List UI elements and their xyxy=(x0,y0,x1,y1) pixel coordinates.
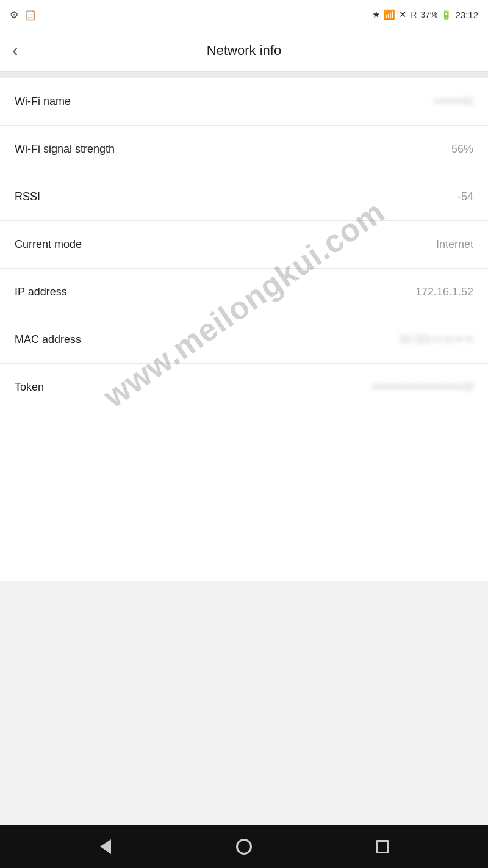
rssi-label: RSSI xyxy=(15,190,40,203)
wifi-name-row: Wi-Fi name ••••••••G xyxy=(0,78,488,126)
ip-address-value: 172.16.1.52 xyxy=(415,286,473,298)
current-mode-label: Current mode xyxy=(15,238,82,251)
token-label: Token xyxy=(15,381,44,394)
ip-address-label: IP address xyxy=(15,286,67,298)
section-separator xyxy=(0,72,488,78)
home-nav-button[interactable] xyxy=(231,833,257,860)
status-bar: ⚙ 📋 ★ 📶 ✕ R 37% 🔋 23:12 xyxy=(0,0,488,29)
current-mode-row: Current mode Internet xyxy=(0,221,488,269)
nav-bar: ‹ Network info xyxy=(0,29,488,72)
rssi-value: -54 xyxy=(458,190,473,203)
gear-icon: ⚙ xyxy=(10,9,18,21)
battery-text: 37% xyxy=(420,10,437,20)
wifi-signal-value: 56% xyxy=(451,143,473,156)
wifi-signal-label: Wi-Fi signal strength xyxy=(15,143,115,156)
token-row: Token ••••••••••••••••••••••••2f xyxy=(0,364,488,411)
mac-address-value: 5C:E5:••:••:••:•• xyxy=(400,333,473,346)
bluetooth-icon: ★ xyxy=(372,9,380,20)
bottom-nav-bar xyxy=(0,825,488,868)
page-title: Network info xyxy=(207,43,281,59)
mac-address-label: MAC address xyxy=(15,333,81,346)
signal-icon: ✕ xyxy=(399,9,407,20)
wifi-signal-row: Wi-Fi signal strength 56% xyxy=(0,126,488,173)
status-bar-right: ★ 📶 ✕ R 37% 🔋 23:12 xyxy=(372,9,478,20)
back-nav-button[interactable] xyxy=(92,833,119,860)
clipboard-icon: 📋 xyxy=(24,9,37,21)
time-display: 23:12 xyxy=(455,10,478,20)
mac-address-row: MAC address 5C:E5:••:••:••:•• xyxy=(0,316,488,364)
token-value: ••••••••••••••••••••••••2f xyxy=(372,381,473,394)
recents-nav-button[interactable] xyxy=(369,833,396,860)
battery-icon: 🔋 xyxy=(441,10,451,20)
carrier-label: R xyxy=(411,10,417,20)
empty-area xyxy=(0,581,488,825)
current-mode-value: Internet xyxy=(436,238,473,251)
status-bar-left-icons: ⚙ 📋 xyxy=(10,9,37,21)
ip-address-row: IP address 172.16.1.52 xyxy=(0,269,488,316)
back-nav-icon xyxy=(100,839,111,854)
network-info-content: Wi-Fi name ••••••••G Wi-Fi signal streng… xyxy=(0,78,488,581)
wifi-icon: 📶 xyxy=(384,9,395,20)
rssi-row: RSSI -54 xyxy=(0,173,488,221)
wifi-name-label: Wi-Fi name xyxy=(15,95,71,108)
back-button[interactable]: ‹ xyxy=(12,42,18,59)
wifi-name-value: ••••••••G xyxy=(434,95,473,108)
recents-nav-icon xyxy=(376,840,389,853)
home-nav-icon xyxy=(236,839,252,855)
